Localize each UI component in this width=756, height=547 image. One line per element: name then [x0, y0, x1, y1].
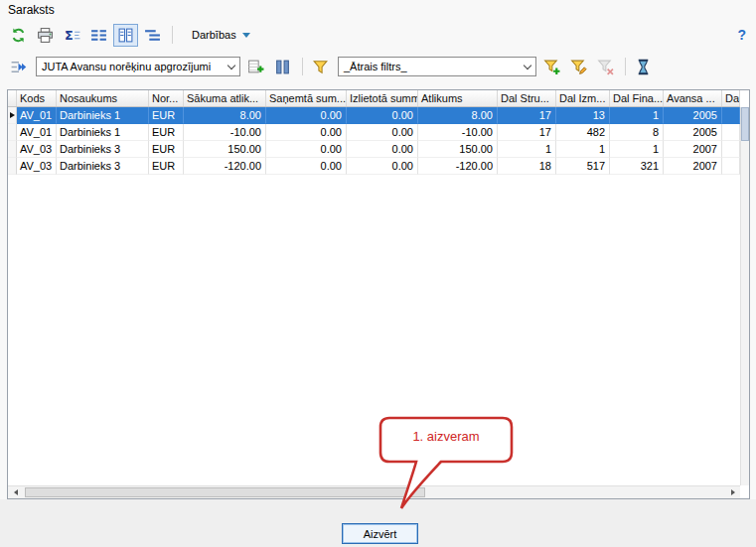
filter-add-button[interactable]	[539, 56, 564, 78]
column-header-dal_stru[interactable]: Dal Stru...	[498, 90, 556, 106]
cell-sanemta_summa[interactable]: 0.00	[266, 158, 347, 175]
refresh-button[interactable]	[6, 24, 31, 47]
cell-dal_stru[interactable]: 18	[498, 158, 556, 175]
data-grid: KodsNosaukumsNor...Sākuma atlik...Saņemt…	[7, 89, 750, 499]
cell-avansa[interactable]: 2007	[664, 158, 722, 175]
view-columns-icon	[90, 27, 107, 44]
cell-nosaukums[interactable]: Darbinieks 1	[57, 107, 149, 124]
cell-sakuma_atlikums[interactable]: 150.00	[184, 141, 266, 158]
new-record-button[interactable]	[243, 56, 268, 78]
print-button[interactable]	[33, 24, 58, 47]
dataset-combobox[interactable]: JUTA Avansu norēķinu apgrozījumi	[36, 57, 240, 76]
cell-nosaukums[interactable]: Darbinieks 1	[57, 124, 149, 141]
cell-dal_fina[interactable]: 1	[610, 141, 664, 158]
cell-dal_stru[interactable]: 17	[498, 124, 556, 141]
horizontal-scrollbar[interactable]	[8, 485, 740, 498]
cell-nosaukums[interactable]: Darbinieks 3	[57, 158, 149, 175]
view-list-button[interactable]	[113, 24, 138, 47]
filter-clear-button[interactable]	[593, 56, 618, 78]
columns-icon	[274, 59, 291, 75]
vertical-scrollbar[interactable]	[740, 107, 749, 485]
cell-nor[interactable]: EUR	[149, 107, 184, 124]
column-header-izlietota_summa[interactable]: Izlietotā summa	[347, 90, 418, 106]
cell-dal_izm[interactable]: 13	[556, 107, 610, 124]
cell-avansa[interactable]: 2005	[664, 124, 722, 141]
cell-sakuma_atlikums[interactable]: 8.00	[184, 107, 266, 124]
filter-button[interactable]	[308, 56, 333, 78]
cell-sanemta_summa[interactable]: 0.00	[266, 124, 347, 141]
cell-izlietota_summa[interactable]: 0.00	[347, 124, 418, 141]
cell-nosaukums[interactable]: Darbinieks 3	[57, 141, 149, 158]
cell-sakuma_atlikums[interactable]: -10.00	[184, 124, 266, 141]
horizontal-scroll-track[interactable]	[23, 486, 725, 498]
sum-button[interactable]: Σ	[60, 24, 84, 47]
current-row-marker-icon	[10, 112, 15, 118]
chevron-down-icon	[242, 33, 250, 38]
column-header-avansa[interactable]: Avansa ...	[664, 90, 722, 106]
goto-record-button[interactable]	[6, 56, 31, 78]
view-list-icon	[117, 27, 134, 44]
cell-atlikums[interactable]: 8.00	[418, 107, 498, 124]
cell-avansa[interactable]: 2007	[664, 141, 722, 158]
vertical-scroll-thumb[interactable]	[741, 107, 749, 141]
column-header-dal_izm[interactable]: Dal Izm...	[556, 90, 610, 106]
view-tree-button[interactable]	[140, 24, 165, 47]
scroll-left-button[interactable]	[8, 486, 23, 498]
scroll-right-button[interactable]	[725, 486, 740, 498]
cell-dal_stru[interactable]: 1	[498, 141, 556, 158]
arrow-right-icon	[731, 489, 735, 495]
cell-izlietota_summa[interactable]: 0.00	[347, 141, 418, 158]
cell-kods[interactable]: AV_01	[17, 124, 57, 141]
cell-dal_fina[interactable]: 1	[610, 107, 664, 124]
view-columns-button[interactable]	[86, 24, 111, 47]
column-header-dal[interactable]: Dal...	[722, 90, 740, 106]
cell-dal_fina[interactable]: 8	[610, 124, 664, 141]
cell-dal[interactable]	[722, 158, 740, 175]
cell-kods[interactable]: AV_03	[17, 141, 57, 158]
help-button[interactable]: ?	[737, 27, 746, 43]
quick-filter-combobox-dropdown[interactable]	[520, 58, 535, 75]
cell-dal[interactable]	[722, 124, 740, 141]
cell-dal_izm[interactable]: 1	[556, 141, 610, 158]
cell-sanemta_summa[interactable]: 0.00	[266, 141, 347, 158]
table-row[interactable]: AV_03Darbinieks 3EUR-120.000.000.00-120.…	[8, 158, 740, 175]
cell-dal_fina[interactable]: 321	[610, 158, 664, 175]
cell-atlikums[interactable]: 150.00	[418, 141, 498, 158]
cell-dal[interactable]	[722, 141, 740, 158]
cell-kods[interactable]: AV_01	[17, 107, 57, 124]
cell-atlikums[interactable]: -10.00	[418, 124, 498, 141]
column-header-nosaukums[interactable]: Nosaukums	[57, 90, 149, 106]
cell-dal_izm[interactable]: 482	[556, 124, 610, 141]
column-header-dal_fina[interactable]: Dal Fina...	[610, 90, 664, 106]
cell-dal_izm[interactable]: 517	[556, 158, 610, 175]
cell-sakuma_atlikums[interactable]: -120.00	[184, 158, 266, 175]
cell-dal[interactable]	[722, 107, 740, 124]
table-row[interactable]: AV_03Darbinieks 3EUR150.000.000.00150.00…	[8, 141, 740, 158]
cell-kods[interactable]: AV_03	[17, 158, 57, 175]
aizvert-button[interactable]: Aizvērt	[342, 523, 418, 544]
cell-nor[interactable]: EUR	[149, 158, 184, 175]
cell-dal_stru[interactable]: 17	[498, 107, 556, 124]
quick-filter-combobox[interactable]: _Ātrais filtrs_	[338, 57, 536, 76]
cell-atlikums[interactable]: -120.00	[418, 158, 498, 175]
column-header-kods[interactable]: Kods	[17, 90, 57, 106]
cell-avansa[interactable]: 2005	[664, 107, 722, 124]
cell-sanemta_summa[interactable]: 0.00	[266, 107, 347, 124]
table-row[interactable]: AV_01Darbinieks 1EUR8.000.000.008.001713…	[8, 107, 740, 124]
cell-nor[interactable]: EUR	[149, 124, 184, 141]
cell-nor[interactable]: EUR	[149, 141, 184, 158]
darbibas-menu-button[interactable]: Darbības	[184, 27, 258, 43]
table-row[interactable]: AV_01Darbinieks 1EUR-10.000.000.00-10.00…	[8, 124, 740, 141]
dataset-combobox-dropdown[interactable]	[224, 58, 239, 75]
column-header-sanemta_summa[interactable]: Saņemtā sum...	[266, 90, 347, 106]
history-button[interactable]	[631, 56, 656, 78]
cell-izlietota_summa[interactable]: 0.00	[347, 158, 418, 175]
darbibas-label: Darbības	[192, 29, 236, 41]
column-header-atlikums[interactable]: Atlikums	[418, 90, 498, 106]
cell-izlietota_summa[interactable]: 0.00	[347, 107, 418, 124]
column-header-nor[interactable]: Nor...	[149, 90, 184, 106]
columns-button[interactable]	[270, 56, 295, 78]
column-header-sakuma_atlikums[interactable]: Sākuma atlik...	[184, 90, 266, 106]
filter-edit-button[interactable]	[566, 56, 591, 78]
horizontal-scroll-thumb[interactable]	[25, 487, 425, 497]
